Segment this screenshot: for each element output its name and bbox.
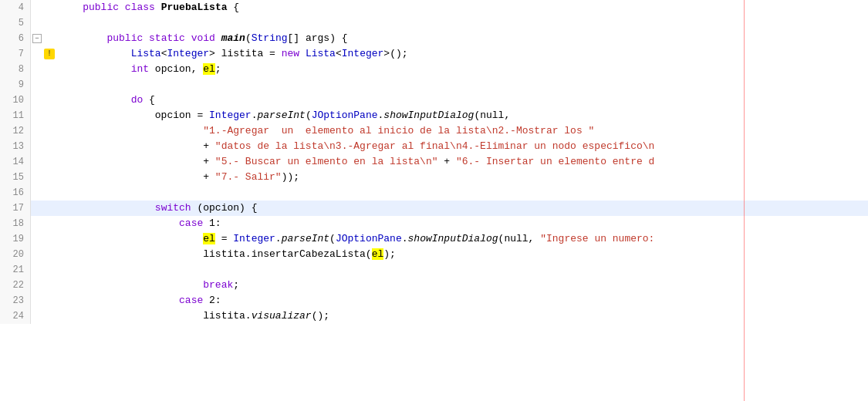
type-token: Integer [233, 233, 275, 244]
line-number: 11 [0, 108, 31, 123]
highlighted-token: el [372, 248, 384, 260]
code-line: 9 [0, 77, 868, 93]
plain-token [59, 217, 179, 229]
code-line: 12 "1.-Agregar un elemento al inicio de … [0, 123, 868, 139]
collapse-icon [31, 231, 43, 247]
line-number: 4 [0, 0, 31, 15]
code-line: 19 el = Integer.parseInt(JOptionPane.sho… [0, 231, 868, 247]
highlighted-token: el [203, 63, 215, 75]
keyword-token: class [125, 2, 155, 13]
plain-token: [] args) { [288, 32, 348, 44]
string-token: "7.- Salir" [215, 171, 282, 183]
plain-token: + [59, 156, 215, 167]
code-line: 14 + "5.- Buscar un elmento en la lista\… [0, 154, 868, 170]
type-token: String [252, 32, 288, 44]
line-number: 10 [0, 93, 31, 108]
warning-icon [43, 185, 56, 200]
code-line: 10 do { [0, 93, 868, 108]
line-number: 6 [0, 31, 31, 46]
collapse-icon [31, 216, 43, 231]
plain-token [119, 2, 125, 13]
plain-token: ( [329, 233, 336, 244]
code-line: 11 opcion = Integer.parseInt(JOptionPane… [0, 108, 868, 123]
line-content: public class PruebaLista { [56, 0, 868, 15]
warning-icon [43, 93, 56, 108]
line-content: + "5.- Buscar un elmento en la lista\n" … [56, 154, 868, 170]
line-content: break; [56, 278, 868, 293]
warning-icon [43, 62, 56, 77]
plain-token: ); [383, 248, 396, 260]
code-line: 8 int opcion, el; [0, 62, 868, 77]
keyword-token: public [83, 2, 119, 13]
method-token: parseInt [282, 233, 329, 244]
collapse-icon [31, 123, 43, 139]
collapse-icon [31, 15, 43, 31]
plain-token: ; [233, 279, 239, 291]
line-number: 12 [0, 123, 31, 139]
code-line: 23 case 2: [0, 293, 868, 308]
plain-token [59, 2, 83, 13]
plain-token [143, 32, 149, 44]
line-number: 18 [0, 216, 31, 231]
code-editor: 4 public class PruebaLista {5 6− public … [0, 0, 868, 401]
warning-icon [43, 170, 56, 185]
method-token: showInputDialog [383, 110, 474, 121]
line-number: 21 [0, 262, 31, 278]
string-token: "5.- Buscar un elmento en la lista\n" [215, 156, 438, 167]
warning-icon [43, 108, 56, 123]
line-content [56, 77, 868, 93]
plain-token: . [402, 233, 408, 244]
line-content [56, 15, 868, 31]
highlighted-token: el [203, 233, 215, 244]
line-content: + "datos de la lista\n3.-Agregar al fina… [56, 139, 868, 154]
code-line: 22 break; [0, 278, 868, 293]
plain-token [59, 279, 203, 291]
collapse-icon [31, 262, 43, 278]
plain-token: + [59, 140, 215, 152]
plain-token: opcion = [59, 110, 209, 121]
collapse-icon[interactable]: − [31, 31, 43, 46]
code-area: 4 public class PruebaLista {5 6− public … [0, 0, 868, 401]
plain-token [185, 32, 191, 44]
warning-icon [43, 231, 56, 247]
keyword-token: void [191, 32, 215, 44]
plain-token: (null, [474, 110, 510, 121]
plain-token: >(); [383, 48, 407, 59]
plain-token: (opcion) { [191, 202, 258, 214]
plain-token [59, 125, 203, 136]
code-line: 16 [0, 185, 868, 200]
line-content: el = Integer.parseInt(JOptionPane.showIn… [56, 231, 868, 247]
plain-token: . [275, 233, 282, 244]
keyword-token: case [179, 295, 203, 306]
code-line: 5 [0, 15, 868, 31]
type-token: Lista [131, 48, 161, 59]
plain-token: + [438, 156, 456, 167]
collapse-icon [31, 93, 43, 108]
keyword-token: int [131, 63, 149, 75]
collapse-icon [31, 247, 43, 262]
line-content: switch (opcion) { [56, 200, 868, 216]
code-line: 18 case 1: [0, 216, 868, 231]
line-content: public static void main(String[] args) { [56, 31, 868, 46]
type-token: JOptionPane [336, 233, 402, 244]
collapse-icon [31, 308, 43, 324]
line-number: 23 [0, 293, 31, 308]
plain-token [59, 295, 179, 306]
plain-token: > listita = [209, 48, 282, 59]
plain-token [59, 94, 131, 106]
keyword-token: switch [155, 202, 191, 214]
plain-token: < [336, 48, 342, 59]
class-name-token: PruebaLista [161, 2, 228, 13]
line-number: 17 [0, 200, 31, 216]
type-token: JOptionPane [312, 110, 378, 121]
line-number: 5 [0, 15, 31, 31]
line-content: "1.-Agregar un elemento al inicio de la … [56, 123, 868, 139]
plain-token [59, 233, 203, 244]
line-number: 24 [0, 308, 31, 324]
plain-token [215, 32, 221, 44]
keyword-token: new [282, 48, 299, 59]
line-number: 22 [0, 278, 31, 293]
line-content: do { [56, 93, 868, 108]
keyword-token: public [106, 32, 143, 44]
plain-token: 2: [203, 295, 221, 306]
